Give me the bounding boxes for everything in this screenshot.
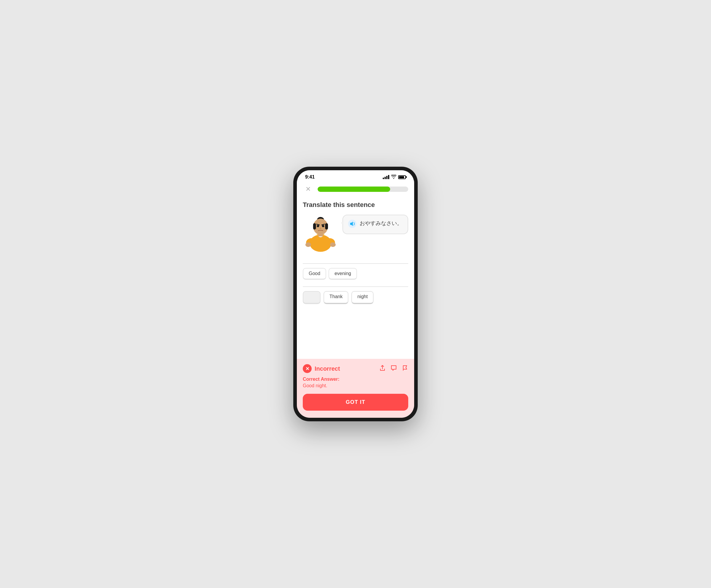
- character-figure: [303, 214, 338, 256]
- progress-bar-fill: [318, 186, 390, 192]
- status-bar: 9:41: [297, 170, 414, 181]
- answer-token-evening[interactable]: evening: [328, 268, 357, 280]
- incorrect-header: ✕ Incorrect: [303, 364, 408, 373]
- got-it-button[interactable]: GOT IT: [303, 394, 408, 411]
- phone-device: 9:41: [293, 167, 418, 421]
- word-token-thank[interactable]: Thank: [324, 291, 348, 304]
- svg-point-8: [320, 228, 321, 229]
- status-time: 9:41: [305, 174, 315, 180]
- incorrect-icon: ✕: [303, 364, 311, 373]
- phone-screen: 9:41: [297, 170, 414, 418]
- speaker-button[interactable]: [348, 219, 357, 229]
- incorrect-left: ✕ Incorrect: [303, 364, 340, 373]
- incorrect-title: Incorrect: [315, 365, 340, 372]
- svg-point-5: [322, 225, 324, 227]
- japanese-text: おやすみなさい。: [360, 219, 402, 227]
- svg-rect-2: [313, 223, 316, 229]
- incorrect-panel: ✕ Incorrect: [297, 359, 414, 418]
- answer-tokens: Good evening: [303, 268, 408, 280]
- flag-button[interactable]: [402, 365, 408, 373]
- status-icons: [383, 175, 406, 180]
- word-token-night[interactable]: night: [351, 291, 373, 304]
- progress-bar-background: [318, 186, 408, 192]
- main-content: Translate this sentence: [297, 198, 414, 359]
- word-token-empty[interactable]: [303, 291, 321, 304]
- character-svg: [304, 214, 337, 256]
- signal-icon: [383, 175, 389, 179]
- speech-bubble: おやすみなさい。: [343, 214, 408, 234]
- comment-button[interactable]: [390, 365, 397, 373]
- close-icon: ✕: [305, 186, 311, 193]
- answer-token-good[interactable]: Good: [303, 268, 326, 280]
- svg-point-4: [317, 225, 319, 227]
- svg-rect-15: [318, 232, 323, 236]
- word-bank-area: Thank night: [303, 286, 408, 308]
- battery-icon: [398, 175, 406, 179]
- bubble-content: おやすみなさい。: [348, 219, 403, 229]
- action-icons: [379, 365, 408, 373]
- correct-answer-text: Good night.: [303, 383, 408, 388]
- answer-area: Good evening: [303, 263, 408, 284]
- svg-point-12: [305, 243, 311, 247]
- svg-point-13: [330, 243, 336, 247]
- correct-answer-label: Correct Answer:: [303, 377, 408, 382]
- svg-rect-3: [325, 223, 328, 229]
- header-area: ✕: [297, 181, 414, 198]
- instruction-text: Translate this sentence: [303, 201, 408, 209]
- share-button[interactable]: [379, 365, 386, 373]
- wifi-icon: [391, 175, 396, 180]
- close-button[interactable]: ✕: [303, 184, 314, 195]
- character-area: おやすみなさい。: [303, 214, 408, 256]
